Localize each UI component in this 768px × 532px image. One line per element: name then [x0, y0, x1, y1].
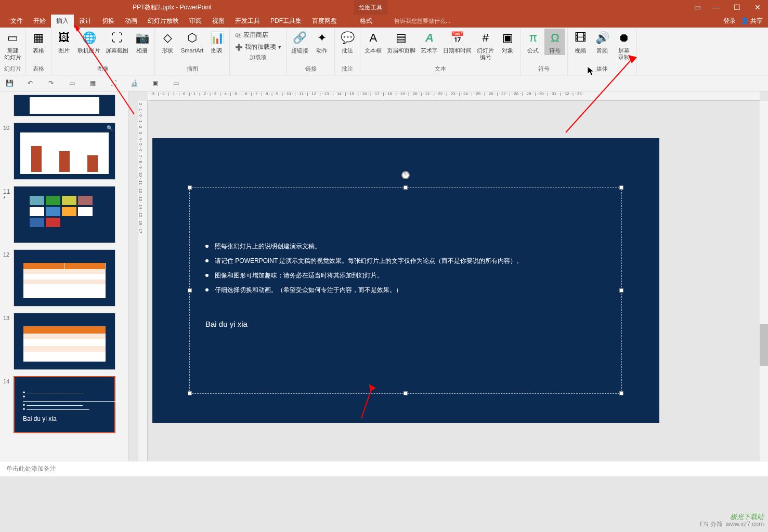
resize-handle-e[interactable]: [619, 288, 623, 292]
slide-thumb-11[interactable]: [14, 186, 115, 243]
slide-thumb-partial[interactable]: [14, 95, 115, 116]
slidenum-button[interactable]: #幻灯片编号: [475, 29, 496, 62]
symbol-button[interactable]: Ω符号: [544, 29, 565, 55]
share-button[interactable]: 👤 共享: [741, 17, 763, 25]
screenshot-button[interactable]: ⛶屏幕截图: [103, 29, 131, 55]
group-tables: 表格: [33, 65, 44, 74]
wordart-button[interactable]: A艺术字: [419, 29, 440, 55]
slide-thumb-13[interactable]: [14, 313, 115, 370]
resize-handle-w[interactable]: [188, 288, 192, 292]
picture-button[interactable]: 🖼图片: [54, 29, 74, 55]
minimize-icon[interactable]: —: [706, 0, 726, 15]
hyperlink-button[interactable]: 🔗超链接: [289, 29, 310, 55]
store-button[interactable]: 🛍应用商店: [233, 30, 283, 41]
rotate-handle[interactable]: [401, 171, 410, 179]
scroll-thumb[interactable]: [760, 324, 768, 366]
text-input-line[interactable]: Bai du yi xia: [205, 317, 606, 331]
quick-access-toolbar: 💾 ↶ ↷ ▭ ▦ ⛶ 🔬 ▣ ▭: [0, 75, 768, 91]
menu-review[interactable]: 审阅: [184, 15, 207, 28]
bullet-text: 请记住 POWERPOINT 是演示文稿的视觉效果。每张幻灯片上的文字仅作为论点…: [215, 254, 523, 268]
resize-handle-s[interactable]: [403, 391, 408, 395]
group-images: 图像: [97, 65, 109, 74]
login-link[interactable]: 登录: [723, 17, 736, 25]
audio-button[interactable]: 🔊音频: [592, 29, 613, 55]
table-button[interactable]: ▦表格: [28, 29, 49, 55]
tell-me-input[interactable]: 告诉我您想要做什么...: [394, 17, 450, 25]
textbox-button[interactable]: A文本框: [362, 29, 384, 55]
content-textbox[interactable]: 照每张幻灯片上的说明创建演示文稿。 请记住 POWERPOINT 是演示文稿的视…: [189, 187, 622, 394]
chart-icon: 📊: [209, 30, 225, 46]
object-button[interactable]: ▣对象: [497, 29, 518, 55]
datetime-button[interactable]: 📅日期和时间: [441, 29, 474, 55]
ribbon-display-icon[interactable]: ▭: [689, 0, 706, 15]
qat-icon-1[interactable]: ▭: [67, 78, 77, 88]
menu-developer[interactable]: 开发工具: [230, 15, 265, 28]
group-illustration: 插图: [187, 65, 198, 74]
close-icon[interactable]: ✕: [747, 0, 768, 15]
headerfooter-button[interactable]: ▤页眉和页脚: [385, 29, 418, 55]
slide-thumbnail-panel[interactable]: 10 🔍 11* 12 13 14 • —————————• —————————…: [0, 91, 129, 461]
album-button[interactable]: 📷相册: [132, 29, 152, 55]
comment-button[interactable]: 💬批注: [337, 29, 358, 55]
smartart-button[interactable]: ⬡SmartArt: [179, 29, 205, 55]
notes-pane[interactable]: 单击此处添加备注: [0, 461, 768, 476]
table-icon: ▦: [30, 30, 47, 46]
bullet-text: 照每张幻灯片上的说明创建演示文稿。: [215, 240, 321, 253]
redo-icon[interactable]: ↷: [46, 78, 56, 88]
myaddins-button[interactable]: ➕我的加载项 ▾: [233, 42, 283, 52]
group-text: 文本: [435, 65, 446, 74]
qat-icon-2[interactable]: ▦: [87, 78, 98, 88]
slide-editor[interactable]: · 3 · | · 2 · | · 1 · | · 0 · | · 1 · | …: [129, 91, 768, 461]
textbox-icon: A: [365, 30, 382, 46]
chart-button[interactable]: 📊图表: [206, 29, 227, 55]
action-button[interactable]: ✦动作: [311, 29, 332, 55]
slide-thumb-10[interactable]: 🔍: [14, 123, 115, 180]
menu-pdf[interactable]: PDF工具集: [265, 15, 307, 28]
picture-icon: 🖼: [56, 30, 72, 46]
qat-icon-6[interactable]: ▭: [171, 78, 181, 88]
resize-handle-ne[interactable]: [619, 185, 623, 190]
qat-icon-3[interactable]: ⛶: [108, 78, 119, 88]
slide-thumb-12[interactable]: [14, 249, 115, 307]
resize-handle-sw[interactable]: [188, 391, 192, 395]
resize-handle-nw[interactable]: [188, 185, 192, 190]
window-title: PPT教程2.pptx - PowerPoint: [133, 3, 212, 12]
online-picture-icon: 🌐: [81, 30, 97, 46]
resize-handle-n[interactable]: [403, 185, 408, 190]
qat-icon-5[interactable]: ▣: [150, 78, 160, 88]
shapes-icon: ◇: [159, 30, 176, 46]
online-picture-button[interactable]: 🌐联机图片: [75, 29, 102, 55]
headerfooter-icon: ▤: [393, 30, 410, 46]
store-icon: 🛍: [235, 32, 241, 39]
shapes-button[interactable]: ◇形状: [157, 29, 178, 55]
hyperlink-icon: 🔗: [292, 30, 308, 46]
textbox-content[interactable]: 照每张幻灯片上的说明创建演示文稿。 请记住 POWERPOINT 是演示文稿的视…: [190, 188, 621, 341]
maximize-icon[interactable]: ☐: [726, 0, 747, 15]
menu-transition[interactable]: 切换: [97, 15, 120, 28]
horizontal-ruler: · 3 · | · 2 · | · 1 · | · 0 · | · 1 · | …: [148, 91, 760, 101]
screenrec-button[interactable]: ⏺屏幕录制: [614, 29, 634, 62]
menu-format[interactable]: 格式: [355, 15, 378, 28]
menu-baidu[interactable]: 百度网盘: [307, 15, 342, 28]
menu-insert[interactable]: 插入: [51, 15, 74, 28]
slide-thumb-14[interactable]: • —————————• ————————————————• —————————…: [14, 376, 115, 433]
qat-icon-4[interactable]: 🔬: [129, 78, 139, 88]
slide-canvas[interactable]: 照每张幻灯片上的说明创建演示文稿。 请记住 POWERPOINT 是演示文稿的视…: [152, 138, 659, 423]
video-button[interactable]: 🎞视频: [570, 29, 591, 55]
screenrec-icon: ⏺: [616, 30, 632, 46]
menu-view[interactable]: 视图: [207, 15, 230, 28]
vertical-ruler: 2 · 1 · 0 · 1 · 2 · 3 · 4 · 5 · 6 · 7 · …: [138, 101, 148, 461]
new-slide-button[interactable]: ▭新建幻灯片: [2, 29, 23, 62]
menubar: 文件 开始 插入 设计 切换 动画 幻灯片放映 审阅 视图 开发工具 PDF工具…: [0, 15, 768, 28]
menu-design[interactable]: 设计: [74, 15, 97, 28]
resize-handle-se[interactable]: [619, 391, 623, 395]
undo-icon[interactable]: ↶: [25, 78, 35, 88]
audio-icon: 🔊: [594, 30, 610, 46]
menu-home[interactable]: 开始: [28, 15, 51, 28]
menu-slideshow[interactable]: 幻灯片放映: [142, 15, 184, 28]
menu-animation[interactable]: 动画: [120, 15, 142, 28]
save-icon[interactable]: 💾: [4, 78, 15, 88]
equation-button[interactable]: π公式: [523, 29, 543, 55]
menu-file[interactable]: 文件: [5, 15, 28, 28]
vertical-scrollbar[interactable]: [760, 101, 768, 461]
